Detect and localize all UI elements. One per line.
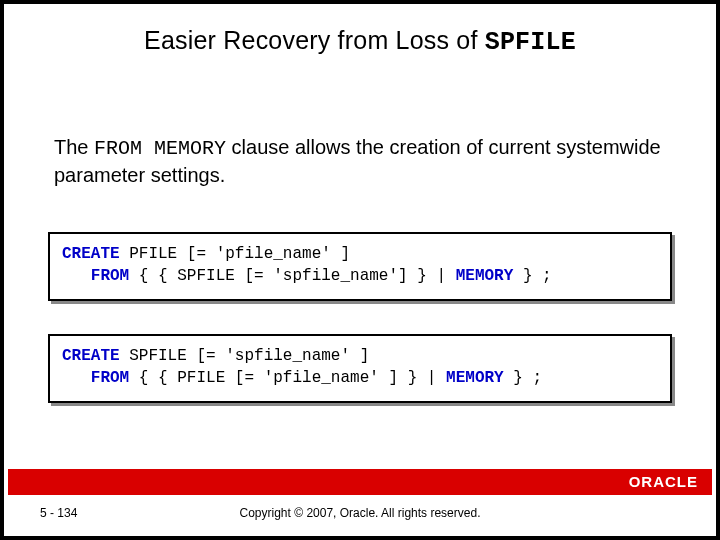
kw-from: FROM bbox=[91, 267, 129, 285]
kw-memory: MEMORY bbox=[456, 267, 514, 285]
code-text: } ; bbox=[513, 267, 551, 285]
kw-from: FROM bbox=[91, 369, 129, 387]
title-mono: SPFILE bbox=[485, 28, 576, 57]
body-mono: FROM MEMORY bbox=[94, 137, 226, 160]
kw-create: CREATE bbox=[62, 347, 120, 365]
body-pre: The bbox=[54, 136, 94, 158]
slide-title: Easier Recovery from Loss of SPFILE bbox=[4, 26, 716, 57]
kw-memory: MEMORY bbox=[446, 369, 504, 387]
code-block-pfile: CREATE PFILE [= 'pfile_name' ] FROM { { … bbox=[48, 232, 672, 301]
kw-create: CREATE bbox=[62, 245, 120, 263]
slide: Easier Recovery from Loss of SPFILE The … bbox=[0, 0, 720, 540]
code-text: SPFILE [= 'spfile_name' ] bbox=[120, 347, 370, 365]
code-text: { { SPFILE [= 'spfile_name'] } | bbox=[129, 267, 455, 285]
code-text: { { PFILE [= 'pfile_name' ] } | bbox=[129, 369, 446, 387]
code-text: } ; bbox=[504, 369, 542, 387]
code-block-spfile: CREATE SPFILE [= 'spfile_name' ] FROM { … bbox=[48, 334, 672, 403]
footer-bar bbox=[8, 469, 712, 495]
title-prefix: Easier Recovery from Loss of bbox=[144, 26, 485, 54]
code-text: PFILE [= 'pfile_name' ] bbox=[120, 245, 350, 263]
oracle-logo: ORACLE bbox=[629, 473, 698, 490]
copyright-text: Copyright © 2007, Oracle. All rights res… bbox=[4, 506, 716, 520]
slide-body: The FROM MEMORY clause allows the creati… bbox=[54, 134, 666, 189]
